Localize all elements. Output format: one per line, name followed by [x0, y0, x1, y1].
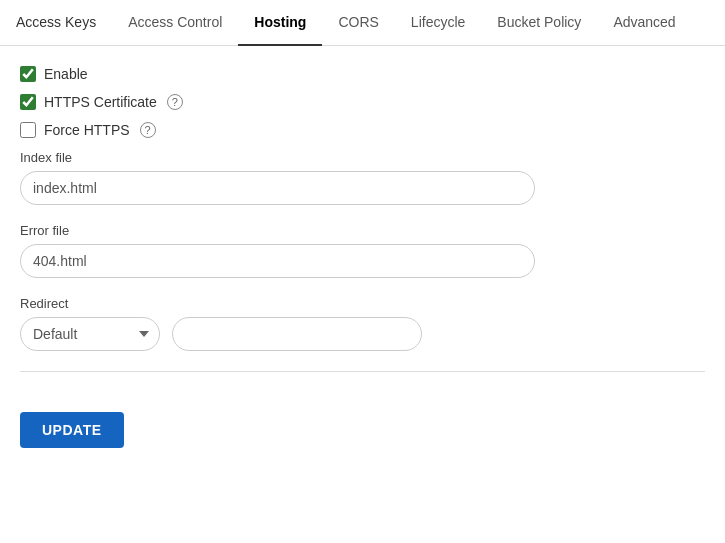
- force-https-row: Force HTTPS ?: [20, 122, 705, 138]
- hosting-content: Enable HTTPS Certificate ? Force HTTPS ?…: [0, 46, 725, 468]
- https-cert-help-icon[interactable]: ?: [167, 94, 183, 110]
- https-cert-checkbox[interactable]: [20, 94, 36, 110]
- tab-access-control[interactable]: Access Control: [112, 0, 238, 46]
- divider: [20, 371, 705, 372]
- enable-label: Enable: [44, 66, 88, 82]
- tab-advanced[interactable]: Advanced: [597, 0, 691, 46]
- tab-bucket-policy[interactable]: Bucket Policy: [481, 0, 597, 46]
- force-https-help-icon[interactable]: ?: [140, 122, 156, 138]
- redirect-text-input[interactable]: [172, 317, 422, 351]
- error-file-label: Error file: [20, 223, 705, 238]
- https-cert-row: HTTPS Certificate ?: [20, 94, 705, 110]
- index-file-input[interactable]: [20, 171, 535, 205]
- redirect-group: Redirect Default 301 302 307 308: [20, 296, 705, 351]
- redirect-inputs-row: Default 301 302 307 308: [20, 317, 705, 351]
- index-file-label: Index file: [20, 150, 705, 165]
- tab-cors[interactable]: CORS: [322, 0, 394, 46]
- force-https-label: Force HTTPS: [44, 122, 130, 138]
- redirect-select[interactable]: Default 301 302 307 308: [20, 317, 160, 351]
- error-file-input[interactable]: [20, 244, 535, 278]
- tab-bar: Access Keys Access Control Hosting CORS …: [0, 0, 725, 46]
- enable-checkbox[interactable]: [20, 66, 36, 82]
- https-cert-label: HTTPS Certificate: [44, 94, 157, 110]
- tab-lifecycle[interactable]: Lifecycle: [395, 0, 481, 46]
- force-https-checkbox[interactable]: [20, 122, 36, 138]
- enable-row: Enable: [20, 66, 705, 82]
- tab-access-keys[interactable]: Access Keys: [0, 0, 112, 46]
- index-file-group: Index file: [20, 150, 705, 205]
- update-button[interactable]: UPDATE: [20, 412, 124, 448]
- redirect-label: Redirect: [20, 296, 705, 311]
- tabs-container: Access Keys Access Control Hosting CORS …: [0, 0, 725, 468]
- error-file-group: Error file: [20, 223, 705, 278]
- tab-hosting[interactable]: Hosting: [238, 0, 322, 46]
